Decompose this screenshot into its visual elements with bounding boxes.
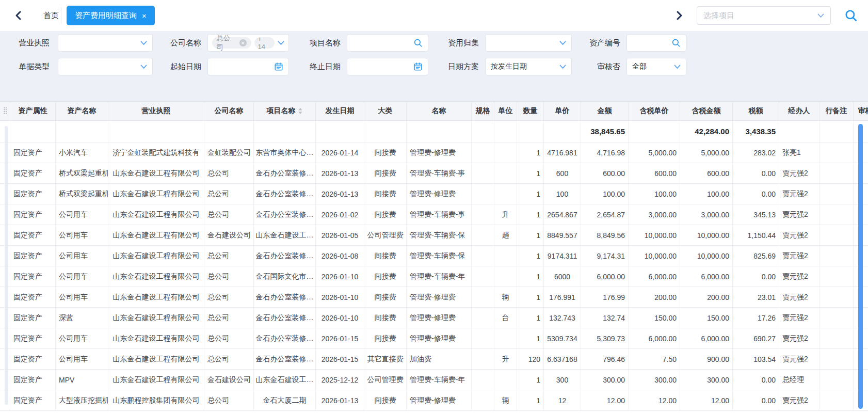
cell-taxPrice: 5,000.00 (629, 142, 680, 163)
cell-project: 金石办公室装修… (254, 349, 316, 369)
table-row[interactable]: 固定资产公司用车山东金石建设工程有限公司总公司金石国际文化市…2026-01-1… (0, 266, 868, 287)
tag-close-icon[interactable]: ✕ (239, 39, 247, 46)
doc-type-select[interactable] (58, 58, 153, 75)
cell-price: 5309.734 (544, 328, 581, 348)
column-header-unit[interactable]: 单位 (494, 102, 517, 120)
column-header-operator[interactable]: 经办人 (779, 102, 819, 120)
cell-name: 管理费-修理费 (407, 328, 472, 348)
tab-home[interactable]: 首页 (36, 0, 66, 31)
cell-company: 总公司 (204, 287, 254, 307)
audit-status-select[interactable]: 全部 (626, 58, 686, 75)
cell-name: 管理费-车辆费-事 (407, 163, 472, 183)
table-row[interactable]: 固定资产公司用车山东金石建设工程有限公司总公司金石办公室装修…2026-01-1… (0, 287, 868, 308)
cell-project: 山东金石建设工… (254, 225, 316, 245)
expense-collection-select[interactable] (485, 34, 572, 52)
column-header-attr[interactable]: 资产属性 (10, 102, 56, 120)
tab-scroll-left-icon[interactable] (12, 9, 25, 22)
company-name-multiselect[interactable]: 总公司 ✕ + 14 (207, 34, 289, 52)
cell-remark (819, 142, 854, 163)
vertical-scrollbar[interactable] (858, 124, 863, 409)
asset-number-search-input[interactable] (626, 34, 686, 52)
cell-qty: 1 (517, 246, 544, 266)
cell-unit: 辆 (494, 287, 517, 307)
cell-company: 总公司 (204, 349, 254, 369)
column-header-audit[interactable]: 审核否 (854, 102, 868, 120)
cell-tax: 0.00 (733, 390, 779, 410)
cell-taxPrice: 6,000.00 (629, 328, 680, 348)
table-row[interactable]: 固定资产公司用车山东金石建设工程有限公司总公司金石办公室装修…2026-01-0… (0, 204, 868, 225)
cell-tax: 345.13 (733, 204, 779, 225)
cell-category: 公司管理费 (364, 225, 407, 245)
cell-project: 金石大厦二期 (254, 390, 316, 410)
table-row[interactable]: 固定资产小米汽车济宁金虹装配式建筑科技有金虹装配公司东营市奥体中心…2026-0… (0, 142, 868, 163)
cell-taxAmount: 12.00 (680, 390, 733, 410)
cell-category (364, 121, 407, 142)
cell-unit (494, 121, 517, 142)
cell-license (108, 121, 204, 142)
cell-unit (494, 246, 517, 266)
cell-remark (819, 390, 854, 410)
cell-taxAmount: 150.00 (680, 308, 733, 328)
cell-qty: 1 (517, 287, 544, 307)
cell-qty: 1 (517, 308, 544, 328)
cell-name: 管理费-修理费 (407, 390, 472, 410)
global-search-icon[interactable] (844, 9, 858, 22)
date-scheme-select[interactable]: 按发生日期 (485, 58, 572, 75)
cell-date: 2025-12-12 (316, 370, 364, 390)
column-header-company[interactable]: 公司名称 (204, 102, 254, 120)
project-select[interactable]: 选择项目 (697, 6, 831, 25)
column-header-taxAmount[interactable]: 含税金额 (680, 102, 733, 120)
cell-license: 山东金石建设工程有限公司 (108, 184, 204, 204)
table-row[interactable]: 固定资产公司用车山东金石建设工程有限公司总公司金石办公室装修…2026-01-0… (0, 246, 868, 266)
project-name-search-input[interactable] (347, 34, 428, 52)
column-header-remark[interactable]: 行备注 (819, 102, 854, 120)
table-row[interactable]: 固定资产大型液压挖掘机山东鹏程控股集团有限公司总公司金石大厦二期2026-01-… (0, 390, 868, 411)
column-header-asset[interactable]: 资产名称 (56, 102, 108, 120)
tab-scroll-right-icon[interactable] (673, 9, 685, 22)
start-date-input[interactable] (207, 58, 289, 75)
cell-spec (472, 370, 494, 390)
tab-active-asset-expense-query[interactable]: 资产费用明细查询 × (67, 6, 155, 25)
column-header-qty[interactable]: 数量 (517, 102, 544, 120)
cell-price (544, 121, 581, 142)
cell-spec (472, 308, 494, 328)
business-license-select[interactable] (58, 34, 153, 52)
cell-tax: 1,150.44 (733, 225, 779, 245)
column-header-amount[interactable]: 金额 (581, 102, 629, 120)
cell-amount: 6,000.00 (581, 266, 629, 287)
cell-tax: 283.02 (733, 142, 779, 163)
column-header-date[interactable]: 发生日期 (316, 102, 364, 120)
tab-close-icon[interactable]: × (142, 12, 147, 20)
column-header-category[interactable]: 大类 (364, 102, 407, 120)
column-header-license[interactable]: 营业执照 (108, 102, 204, 120)
table-row[interactable]: 固定资产公司用车山东金石建设工程有限公司总公司金石办公室装修…2026-01-1… (0, 349, 868, 370)
chevron-down-icon (817, 13, 824, 18)
column-header-price[interactable]: 单价 (544, 102, 581, 120)
cell-date: 2026-01-08 (316, 246, 364, 266)
cell-remark (819, 266, 854, 287)
cell-project: 金石办公室装修… (254, 163, 316, 183)
cell-company: 总公司 (204, 390, 254, 410)
column-header-spec[interactable]: 规格 (472, 102, 494, 120)
column-header-project[interactable]: 项目名称 (254, 102, 316, 120)
cell-license: 山东金石建设工程有限公司 (108, 204, 204, 225)
table-row[interactable]: 固定资产桥式双梁起重机山东金石建设工程有限公司总公司金石办公室装修…2026-0… (0, 184, 868, 204)
cell-remark (819, 287, 854, 307)
column-header-name[interactable]: 名称 (407, 102, 472, 120)
table-row[interactable]: 固定资产公司用车山东金石建设工程有限公司金石建设公司山东金石建设工…2026-0… (0, 225, 868, 246)
cell-asset: 深蓝 (56, 308, 108, 328)
table-row[interactable]: 固定资产MPV山东金石建设工程有限公司金石建设公司山东金石建设工…2025-12… (0, 370, 868, 390)
chevron-down-icon (140, 41, 147, 45)
column-header-taxPrice[interactable]: 含税单价 (629, 102, 680, 120)
column-header-tax[interactable]: 税额 (733, 102, 779, 120)
table-row[interactable]: 固定资产桥式双梁起重机山东金石建设工程有限公司总公司金石办公室装修…2026-0… (0, 163, 868, 184)
cell-amount: 300.00 (581, 370, 629, 390)
cell-company: 总公司 (204, 246, 254, 266)
calendar-icon (413, 62, 423, 71)
end-date-input[interactable] (347, 58, 428, 75)
table-row[interactable]: 固定资产公司用车山东金石建设工程有限公司总公司金石办公室装修…2026-01-1… (0, 328, 868, 349)
table-row[interactable]: 固定资产深蓝山东金石建设工程有限公司总公司金石办公室装修…2026-01-10间… (0, 308, 868, 328)
cell-operator: 贾元强2 (779, 287, 819, 307)
cell-spec (472, 287, 494, 307)
cell-tax: 103.54 (733, 349, 779, 369)
